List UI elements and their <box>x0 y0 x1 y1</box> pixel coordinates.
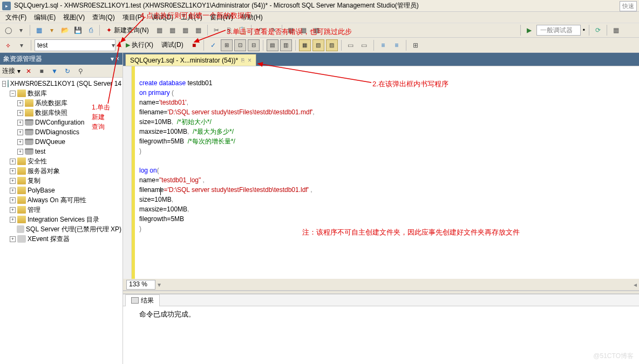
menu-window[interactable]: 窗口(W) <box>207 12 236 23</box>
tree-server-objects[interactable]: +服务器对象 <box>1 166 121 176</box>
indent-icon[interactable]: ≡ <box>377 39 389 51</box>
explorer-dropdown-icon[interactable]: ▾ × <box>111 55 119 63</box>
new-query-button[interactable]: ✦ 新建查询(N) <box>103 24 153 36</box>
expand-icon[interactable]: + <box>10 207 16 213</box>
menu-tools[interactable]: 工具(T) <box>178 12 205 23</box>
tree-mgmt[interactable]: +管理 <box>1 205 121 215</box>
filter-icon[interactable]: ▼ <box>49 65 60 77</box>
expand-icon[interactable]: + <box>10 236 16 242</box>
quick-launch[interactable]: 快速 <box>620 1 637 11</box>
tool-icon-9[interactable]: ▦ <box>610 24 622 36</box>
refresh-icon[interactable]: ↻ <box>62 65 73 77</box>
object-tree[interactable]: −XHWSR0ESZL1KOY1 (SQL Server 14 −数据库 +系统… <box>0 78 123 364</box>
tree-server-node[interactable]: −XHWSR0ESZL1KOY1 (SQL Server 14 <box>1 79 121 88</box>
menu-query[interactable]: 查询(Q) <box>89 12 118 23</box>
tree-intsvc[interactable]: +Integration Services 目录 <box>1 215 121 224</box>
new-project-icon[interactable]: ▦ <box>33 24 45 36</box>
change-conn-icon[interactable]: ⟡ <box>2 39 14 51</box>
cut-icon[interactable]: ✂ <box>210 24 222 36</box>
tree-polybase[interactable]: +PolyBase <box>1 186 121 195</box>
scroll-left-icon[interactable]: ◂ <box>631 281 639 289</box>
display-plan-icon[interactable]: ⊞ <box>221 39 233 51</box>
outdent-icon[interactable]: ≡ <box>391 39 403 51</box>
tree-dwqueue[interactable]: +DWQueue <box>1 137 121 147</box>
query-options-icon[interactable]: ⊡ <box>234 39 246 51</box>
menu-debug[interactable]: 调试(D) <box>148 12 177 23</box>
expand-icon[interactable]: + <box>10 159 16 164</box>
expand-icon[interactable]: + <box>17 129 23 135</box>
expand-icon[interactable]: + <box>17 110 23 116</box>
expand-icon[interactable]: + <box>10 197 16 203</box>
stop-icon[interactable]: ■ <box>36 65 47 77</box>
tree-xevent[interactable]: +XEvent 探查器 <box>1 234 121 244</box>
tree-agent[interactable]: SQL Server 代理(已禁用代理 XP) <box>1 224 121 234</box>
tree-databases[interactable]: −数据库 <box>1 88 121 98</box>
expand-icon[interactable]: + <box>17 120 23 126</box>
nav-back-icon[interactable]: ◯ <box>2 24 14 36</box>
disconnect-icon[interactable]: ✕ <box>23 65 35 77</box>
menu-help[interactable]: 帮助(H) <box>237 12 266 23</box>
uncomment-icon[interactable]: ▭ <box>358 39 370 51</box>
search-icon[interactable]: ⚲ <box>74 65 86 77</box>
open-icon[interactable]: ▾ <box>46 24 58 36</box>
debugger-combo[interactable]: 一般调试器 <box>536 25 581 36</box>
execute-button[interactable]: ▶ 执行(X) <box>123 39 157 51</box>
tree-dwdiag[interactable]: +DWDiagnostics <box>1 127 121 137</box>
expand-icon[interactable]: + <box>17 149 23 155</box>
tree-snapshots[interactable]: +数据库快照 <box>1 108 121 118</box>
results-file-icon[interactable]: ▨ <box>326 39 338 51</box>
debug-start-icon[interactable]: ▶ <box>524 24 535 36</box>
tree-security[interactable]: +安全性 <box>1 156 121 166</box>
breakpoint-margin[interactable] <box>123 66 132 279</box>
tool-icon-8[interactable]: ⟳ <box>592 24 604 36</box>
parse-icon[interactable]: ✓ <box>207 39 219 51</box>
expand-icon[interactable]: + <box>17 100 23 106</box>
expand-icon[interactable]: + <box>10 178 16 184</box>
tool-icon-3[interactable]: ▦ <box>180 24 192 36</box>
collapse-icon[interactable]: − <box>2 81 6 87</box>
intellisense-icon[interactable]: ⊟ <box>248 39 260 51</box>
open-file-icon[interactable]: 📂 <box>59 24 71 36</box>
menu-project[interactable]: 项目(P) <box>119 12 147 23</box>
connect-button[interactable]: 连接 <box>2 66 15 75</box>
comment-icon[interactable]: ▭ <box>345 39 357 51</box>
tree-sysdb[interactable]: +系统数据库 <box>1 98 121 108</box>
save-all-icon[interactable]: ⎙ <box>85 24 97 36</box>
stop-icon[interactable]: ■ <box>188 39 200 51</box>
menu-edit[interactable]: 编辑(E) <box>31 12 59 23</box>
debug-button[interactable]: 调试(D) <box>158 39 187 51</box>
include-plan-icon[interactable]: ▤ <box>267 39 278 51</box>
undo-icon[interactable]: ↶ <box>254 24 266 36</box>
results-grid-icon[interactable]: ▧ <box>312 39 324 51</box>
tool-icon-4[interactable]: ▦ <box>193 24 205 36</box>
close-icon[interactable]: × <box>248 57 251 64</box>
tool-icon-6[interactable]: ▦ <box>298 24 310 36</box>
tool-icon-7[interactable]: ▦ <box>311 24 323 36</box>
conn-dropdown-icon[interactable]: ▾ <box>16 39 28 51</box>
code-content[interactable]: −create database testdb01 on primary ( n… <box>135 66 639 279</box>
results-tab[interactable]: 结果 <box>125 294 160 306</box>
zoom-selector[interactable]: 133 % <box>126 280 155 290</box>
tree-alwayson[interactable]: +Always On 高可用性 <box>1 195 121 205</box>
nav-fwd-icon[interactable]: ▾ <box>15 24 27 36</box>
tree-dwconfig[interactable]: +DWConfiguration <box>1 118 121 127</box>
specify-values-icon[interactable]: ⊞ <box>410 39 422 51</box>
copy-icon[interactable]: ⎘ <box>223 24 235 36</box>
expand-icon[interactable]: + <box>10 217 16 223</box>
database-selector[interactable]: test ▾ <box>35 39 115 51</box>
menu-file[interactable]: 文件(F) <box>2 12 30 23</box>
tree-replication[interactable]: +复制 <box>1 176 121 186</box>
save-icon[interactable]: 💾 <box>72 24 84 36</box>
paste-icon[interactable]: 📋 <box>236 24 248 36</box>
collapse-icon[interactable]: − <box>10 91 16 97</box>
tool-icon-5[interactable]: ▦ <box>285 24 297 36</box>
expand-icon[interactable]: + <box>10 188 16 194</box>
include-stats-icon[interactable]: ▥ <box>280 39 292 51</box>
code-editor[interactable]: −create database testdb01 on primary ( n… <box>123 66 639 279</box>
tab-sqlquery1[interactable]: SQLQuery1.sql - X...ministrator (54))* ⎘… <box>125 54 256 66</box>
results-text-icon[interactable]: ▦ <box>299 39 311 51</box>
menu-view[interactable]: 视图(V) <box>60 12 88 23</box>
tool-icon-2[interactable]: ▦ <box>167 24 179 36</box>
pin-icon[interactable]: ⎘ <box>241 57 244 63</box>
expand-icon[interactable]: + <box>10 168 16 174</box>
